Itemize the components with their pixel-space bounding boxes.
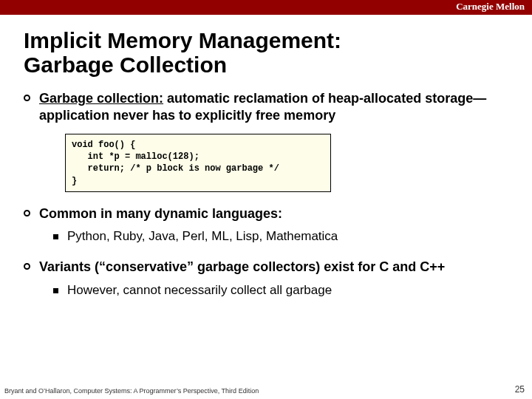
slide-title: Implicit Memory Management: Garbage Coll… [24,28,532,77]
header-bar: Carnegie Mellon [0,0,532,15]
bullet-square-icon [53,234,58,239]
bullet-2: Common in many dynamic languages: [24,205,516,222]
bullet-1-text: Garbage collection: automatic reclamatio… [39,90,516,123]
bullet-2-text: Common in many dynamic languages: [39,205,282,222]
slide-body: Garbage collection: automatic reclamatio… [24,90,516,298]
subbullet-2-1: Python, Ruby, Java, Perl, ML, Lisp, Math… [53,229,516,244]
bullet-circle-icon [24,210,30,216]
subbullet-3-1: However, cannot necessarily collect all … [53,283,516,298]
title-line-2: Garbage Collection [24,52,227,77]
bullet-3: Variants (“conservative” garbage collect… [24,259,516,276]
bullet-square-icon [53,288,58,293]
bullet-circle-icon [24,95,30,101]
bullet-1: Garbage collection: automatic reclamatio… [24,90,516,123]
bullet-1-lead: Garbage collection: [39,91,163,106]
subbullet-2-1-text: Python, Ruby, Java, Perl, ML, Lisp, Math… [67,229,338,244]
subbullet-3-1-text: However, cannot necessarily collect all … [67,283,332,298]
bullet-3-text: Variants (“conservative” garbage collect… [39,259,445,276]
code-block: void foo() { int *p = malloc(128); retur… [65,134,331,192]
bullet-circle-icon [24,263,30,270]
brand-label: Carnegie Mellon [456,1,525,13]
title-line-1: Implicit Memory Management: [24,28,341,52]
spacer [24,248,516,259]
footer-citation: Bryant and O’Hallaron, Computer Systems:… [4,387,259,395]
slide-number: 25 [515,384,525,395]
